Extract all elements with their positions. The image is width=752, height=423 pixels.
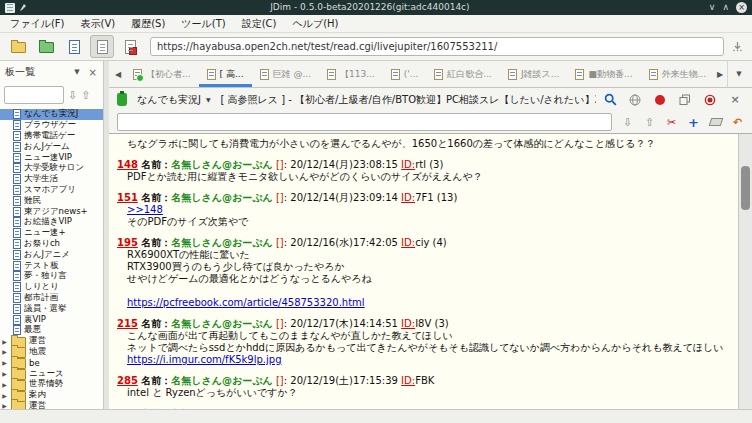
poster-id-link[interactable]: ID: [401,159,415,170]
scissors-icon[interactable]: ✂ [665,116,678,129]
sidebar-item-board[interactable]: 難民 [0,195,103,206]
sidebar-item-board[interactable]: ニュー速VIP [0,152,103,163]
menubar-item[interactable]: ツール(T) [173,17,233,31]
search-down-icon[interactable]: ⇩ [621,116,634,129]
sidebar-item-board[interactable]: しりとり [0,282,103,293]
tab-list-dropdown-icon[interactable]: ▼ [727,61,750,87]
sidebar-item-board[interactable]: スマホアプリ [0,185,103,196]
sidebar-item-board[interactable]: 携帯電話ゲー [0,131,103,142]
live-record-icon[interactable] [653,95,667,105]
sidebar-item-board[interactable]: なんでも実況J [0,109,103,120]
document-icon [13,239,21,249]
sidebar-folder[interactable]: ▶運営 [0,401,103,409]
board-search-up-icon[interactable]: ⇧ [81,90,90,101]
post-number-link[interactable]: 151 [117,192,138,203]
thread-tab[interactable]: [ 高... [199,61,252,87]
panel-close-button[interactable]: × [89,67,98,78]
sidebar-item-board[interactable]: 夢・独り言 [0,271,103,282]
sidebar-item-board[interactable]: ブラウザゲー [0,120,103,131]
sidebar-item-board[interactable]: 大学生活 [0,174,103,185]
board-list-panel: 板一覧 ▼ × ⇩ ⇧ なんでも実況Jブラウザゲー携帯電話ゲーおんJゲームニュー… [0,61,104,409]
document-icon [13,207,21,217]
titlebar: JDim - 0.5.0-beta20201226(git:adc440014c… [0,0,752,15]
url-open-icon[interactable] [728,41,746,52]
menubar-item[interactable]: 設定(C) [234,17,285,31]
post-link[interactable]: https://pcfreebook.com/article/458753320… [127,297,365,308]
sidebar-item-board[interactable]: おんJゲーム [0,141,103,152]
poster-id-link[interactable]: ID: [401,375,415,386]
tab-label: 紅白歌合... [447,68,492,81]
menubar-item[interactable]: 履歴(S) [123,17,173,31]
sidebar-item-board[interactable]: 議員・選挙 [0,303,103,314]
copy-icon[interactable] [678,94,692,106]
board-selector-button[interactable]: なんでも実況J ▼ [134,92,214,108]
sidebar-item-board[interactable]: 裏VIP [0,314,103,325]
post-number-link[interactable]: 215 [117,318,138,329]
sidebar-item-board[interactable]: テスト板 [0,260,103,271]
post-line: こんな画面が出て再起動してもこのままなんやが直しかた教えてほしい [127,330,734,342]
poster-id-link[interactable]: ID: [401,237,415,248]
post-number-link[interactable]: 285 [117,375,138,386]
web-browser-icon[interactable] [628,94,642,106]
name-label: 名前： [138,237,171,248]
thread-tab[interactable]: J雑談ス... [500,61,567,87]
sidebar-item-board[interactable]: お祭りch [0,239,103,250]
threadlist-view-button[interactable] [62,35,86,58]
thread-tab[interactable]: 外来生物... [641,61,714,87]
menubar-item[interactable]: 表示(V) [73,17,124,31]
thread-tab[interactable]: ('... [383,61,427,87]
document-icon [13,142,21,152]
maximize-button[interactable]: ∧ [722,2,729,13]
sidebar-item-board[interactable]: 都市計画 [0,293,103,304]
compose-post-icon[interactable]: + [687,115,700,130]
stop-icon[interactable] [703,94,717,106]
post-number-link[interactable]: 148 [117,159,138,170]
document-icon [13,109,21,119]
post-link[interactable]: https://i.imgur.com/fK5k9lp.jpg [127,354,281,365]
minimize-button[interactable]: ∨ [709,2,716,13]
expander-icon: ▶ [1,359,8,366]
tab-scroll-left-icon[interactable]: ◀ [111,70,125,79]
thread-doc-icon [260,69,269,80]
close-window-button[interactable]: × [736,2,747,13]
sidebar-item-board[interactable]: お絵描きVIP [0,217,103,228]
clear-highlight-icon[interactable] [709,118,722,126]
boardlist-panel-button[interactable] [6,35,30,58]
favorites-panel-button[interactable] [34,35,58,58]
thread-search-input[interactable] [117,113,612,131]
mail-field: [] [273,192,284,203]
menubar-item[interactable]: ファイル(F) [2,17,73,31]
poster-id-link[interactable]: ID: [401,318,415,329]
board-search-down-icon[interactable]: ⇩ [68,90,77,101]
sidebar-item-board[interactable]: 東アジアnews+ [0,206,103,217]
tab-label: ('... [404,69,419,79]
post-body: RX6900XTの性能に驚いたRTX3900買うのもう少し待てば良かったやろかせ… [127,249,734,309]
thread-tab[interactable]: 巨雑 @... [252,61,319,87]
thread-view-button[interactable] [90,35,114,58]
thread-tab[interactable]: 【113... [319,61,383,87]
thread-doc-icon [508,69,517,80]
document-icon [13,196,21,206]
search-up-icon[interactable]: ⇧ [643,116,656,129]
post-link[interactable]: >>148 [127,204,163,215]
close-tab-icon[interactable]: × [728,93,742,106]
search-icon[interactable] [603,93,617,106]
url-input[interactable] [150,37,724,56]
thread-tab[interactable]: 【初心者... [125,61,199,87]
scrollbar-thumb[interactable] [741,166,750,210]
sidebar-item-board[interactable]: ニュー速+ [0,228,103,239]
image-view-button[interactable] [118,35,142,58]
undo-icon[interactable]: ↶ [731,116,744,129]
panel-switch-dropdown[interactable]: ▼ [69,67,84,77]
board-search-input[interactable] [4,86,64,104]
sidebar-item-board[interactable]: 大学受験サロン [0,163,103,174]
post-number-link[interactable]: 195 [117,237,138,248]
board-selector-label: なんでも実況J [137,93,201,107]
sidebar-item-board[interactable]: おんJアニメ [0,249,103,260]
tab-scroll-right-icon[interactable]: ▶ [713,70,727,79]
menubar-item[interactable]: ヘルプ(H) [285,17,347,31]
vertical-scrollbar[interactable] [738,134,752,409]
thread-tab[interactable]: ■動物番... [567,61,640,87]
thread-tab[interactable]: 紅白歌合... [426,61,500,87]
poster-id-link[interactable]: ID: [401,192,415,203]
